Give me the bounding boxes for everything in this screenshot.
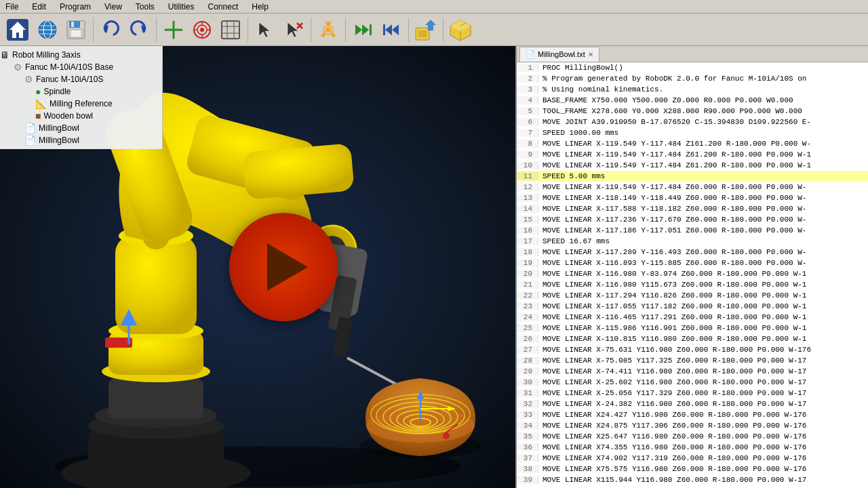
target-button[interactable] <box>189 16 216 43</box>
gear-icon-base: ⚙ <box>14 62 22 73</box>
editor-tab[interactable]: 📄 MillingBowl.txt ✕ <box>519 47 599 62</box>
tree-item-root[interactable]: 🖥 Robot Milling 3axis <box>0 49 162 61</box>
gear-icon-robot: ⚙ <box>24 74 33 85</box>
program-icon-2: 📄 <box>24 135 36 146</box>
code-line-34[interactable]: 34MOVE LINEAR X24.875 Y117.306 Z60.000 R… <box>517 420 868 431</box>
menu-file[interactable]: File <box>3 2 21 12</box>
code-line-36[interactable]: 36MOVE LINEAR X74.355 Y116.980 Z60.000 R… <box>517 442 868 453</box>
add-point-button[interactable] <box>160 16 187 43</box>
code-line-5[interactable]: 5TOOL_FRAME X278.600 Y0.000 X288.000 R90… <box>517 106 868 117</box>
toolbar-sep-1 <box>93 18 94 42</box>
code-line-31[interactable]: 31MOVE LINEAR X-25.056 Y117.329 Z60.000 … <box>517 388 868 399</box>
save-button[interactable] <box>62 16 90 43</box>
code-line-9[interactable]: 9MOVE LINEAR X-119.549 Y-117.484 Z61.200… <box>517 149 868 160</box>
code-line-17[interactable]: 17SPEED 16.67 mms <box>517 236 868 247</box>
tree-item-millingbowl-2[interactable]: 📄 MillingBowl <box>0 134 162 146</box>
line-number: 22 <box>517 291 538 300</box>
code-line-30[interactable]: 30MOVE LINEAR X-25.602 Y116.980 Z60.000 … <box>517 377 868 388</box>
code-line-12[interactable]: 12MOVE LINEAR X-119.549 Y-117.484 Z60.00… <box>517 182 868 192</box>
code-line-23[interactable]: 23MOVE LINEAR X-117.055 Y117.182 Z60.000… <box>517 301 868 312</box>
editor-tab-label: MillingBowl.txt <box>538 50 585 58</box>
code-line-27[interactable]: 27MOVE LINEAR X-75.631 Y116.980 Z60.000 … <box>517 344 868 355</box>
tree-item-base[interactable]: ⚙ Fanuc M-10iA/10S Base <box>0 61 162 73</box>
code-line-18[interactable]: 18MOVE LINEAR X-117.289 Y-116.493 Z60.00… <box>517 247 868 258</box>
code-line-10[interactable]: 10MOVE LINEAR X-119.549 Y-117.484 Z61.20… <box>517 160 868 171</box>
menu-view[interactable]: View <box>102 2 125 12</box>
code-line-39[interactable]: 39MOVE LINEAR X115.944 Y116.980 Z60.000 … <box>517 474 868 485</box>
code-line-33[interactable]: 33MOVE LINEAR X24.427 Y116.980 Z60.000 R… <box>517 409 868 420</box>
code-line-16[interactable]: 16MOVE LINEAR X-117.186 Y-117.051 Z60.00… <box>517 225 868 236</box>
radiation-button[interactable] <box>315 16 342 43</box>
editor-tab-close[interactable]: ✕ <box>588 51 593 58</box>
main-content: 🖥 Robot Milling 3axis ⚙ Fanuc M-10iA/10S… <box>0 46 868 488</box>
code-line-15[interactable]: 15MOVE LINEAR X-117.236 Y-117.670 Z60.00… <box>517 214 868 225</box>
code-line-24[interactable]: 24MOVE LINEAR X-116.465 Y117.291 Z60.000… <box>517 312 868 323</box>
code-line-6[interactable]: 6MOVE JOINT A39.910950 B-17.076520 C-15.… <box>517 117 868 127</box>
code-line-14[interactable]: 14MOVE LINEAR X-117.588 Y-118.182 Z60.00… <box>517 203 868 214</box>
code-line-2[interactable]: 2% Program generated by RoboDK 2.0.0 for… <box>517 73 868 84</box>
cursor-button[interactable] <box>252 16 279 43</box>
package-button[interactable] <box>447 16 474 43</box>
robodk-home-button[interactable] <box>3 15 33 45</box>
code-line-20[interactable]: 20MOVE LINEAR X-116.980 Y-83.974 Z60.000… <box>517 268 868 279</box>
code-line-28[interactable]: 28MOVE LINEAR X-75.085 Y117.325 Z60.000 … <box>517 355 868 366</box>
line-number: 25 <box>517 324 538 332</box>
code-line-32[interactable]: 32MOVE LINEAR X-24.382 Y116.980 Z60.000 … <box>517 399 868 409</box>
line-number: 8 <box>517 140 538 148</box>
viewport-3d[interactable]: 🖥 Robot Milling 3axis ⚙ Fanuc M-10iA/10S… <box>0 46 515 488</box>
line-text: SPEED 1000.00 mms <box>538 129 868 137</box>
tree-item-wooden-bowl[interactable]: ■ Wooden bowl <box>0 110 162 122</box>
play-icon <box>267 243 308 291</box>
code-line-22[interactable]: 22MOVE LINEAR X-117.294 Y116.826 Z60.000… <box>517 290 868 301</box>
left-panel: 🖥 Robot Milling 3axis ⚙ Fanuc M-10iA/10S… <box>0 46 515 488</box>
code-line-25[interactable]: 25MOVE LINEAR X-115.986 Y116.901 Z60.000… <box>517 323 868 333</box>
line-text: MOVE LINEAR X-116.465 Y117.291 Z60.000 R… <box>538 313 868 321</box>
menu-connect[interactable]: Connect <box>205 2 241 12</box>
menu-program[interactable]: Program <box>57 2 94 12</box>
undo-button[interactable] <box>97 16 124 43</box>
menu-bar: File Edit Program View Tools Utilities C… <box>0 0 868 14</box>
menu-help[interactable]: Help <box>249 2 271 12</box>
menu-utilities[interactable]: Utilities <box>165 2 197 12</box>
toolbar <box>0 14 868 46</box>
menu-edit[interactable]: Edit <box>29 2 49 12</box>
menu-tools[interactable]: Tools <box>133 2 157 12</box>
code-line-35[interactable]: 35MOVE LINEAR X25.647 Y116.980 Z60.000 R… <box>517 431 868 442</box>
fit-view-button[interactable] <box>217 16 244 43</box>
line-number: 26 <box>517 335 538 343</box>
code-line-19[interactable]: 19MOVE LINEAR X-116.893 Y-115.885 Z60.00… <box>517 258 868 268</box>
play-button[interactable] <box>229 213 338 321</box>
tree-item-millingbowl-1[interactable]: 📄 MillingBowl <box>0 122 162 134</box>
code-line-26[interactable]: 26MOVE LINEAR X-110.815 Y116.980 Z60.000… <box>517 333 868 344</box>
code-line-37[interactable]: 37MOVE LINEAR X74.902 Y117.319 Z60.000 R… <box>517 453 868 464</box>
code-line-38[interactable]: 38MOVE LINEAR X75.575 Y116.980 Z60.000 R… <box>517 464 868 474</box>
editor-content[interactable]: 1PROC MillingBowl()2% Program generated … <box>517 62 868 488</box>
toolbar-sep-4 <box>311 18 311 42</box>
cursor-cancel-button[interactable] <box>280 16 307 43</box>
code-line-1[interactable]: 1PROC MillingBowl() <box>517 62 868 73</box>
tree-item-robot[interactable]: ⚙ Fanuc M-10iA/10S <box>0 73 162 85</box>
line-text: MOVE LINEAR X75.575 Y116.980 Z60.000 R-1… <box>538 465 868 473</box>
line-text: % Using nominal kinematics. <box>538 85 868 94</box>
redo-button[interactable] <box>125 16 153 43</box>
code-line-4[interactable]: 4BASE_FRAME X750.000 Y500.000 Z0.000 R0.… <box>517 95 868 106</box>
code-line-21[interactable]: 21MOVE LINEAR X-116.980 Y115.673 Z60.000… <box>517 279 868 290</box>
line-text: MOVE LINEAR X25.647 Y116.980 Z60.000 R-1… <box>538 432 868 441</box>
code-line-13[interactable]: 13MOVE LINEAR X-118.149 Y-118.449 Z60.00… <box>517 192 868 203</box>
toolbar-sep-5 <box>345 18 346 42</box>
tree-item-spindle[interactable]: ● Spindle <box>0 85 162 98</box>
back-button[interactable] <box>378 16 405 43</box>
code-line-3[interactable]: 3% Using nominal kinematics. <box>517 84 868 95</box>
line-number: 18 <box>517 248 538 256</box>
svg-marker-39 <box>385 24 392 35</box>
code-line-11[interactable]: 11SPEED 5.00 mms <box>517 171 868 182</box>
globe-button[interactable] <box>34 16 61 43</box>
line-number: 29 <box>517 367 538 375</box>
code-line-29[interactable]: 29MOVE LINEAR X-74.411 Y116.980 Z60.000 … <box>517 366 868 377</box>
fast-forward-button[interactable] <box>349 16 376 43</box>
export-button[interactable] <box>412 16 439 43</box>
code-line-8[interactable]: 8MOVE LINEAR X-119.549 Y-117.484 Z161.20… <box>517 138 868 149</box>
line-number: 30 <box>517 378 538 386</box>
code-line-7[interactable]: 7SPEED 1000.00 mms <box>517 127 868 138</box>
tree-item-milling-ref[interactable]: 📐 Milling Reference <box>0 98 162 110</box>
